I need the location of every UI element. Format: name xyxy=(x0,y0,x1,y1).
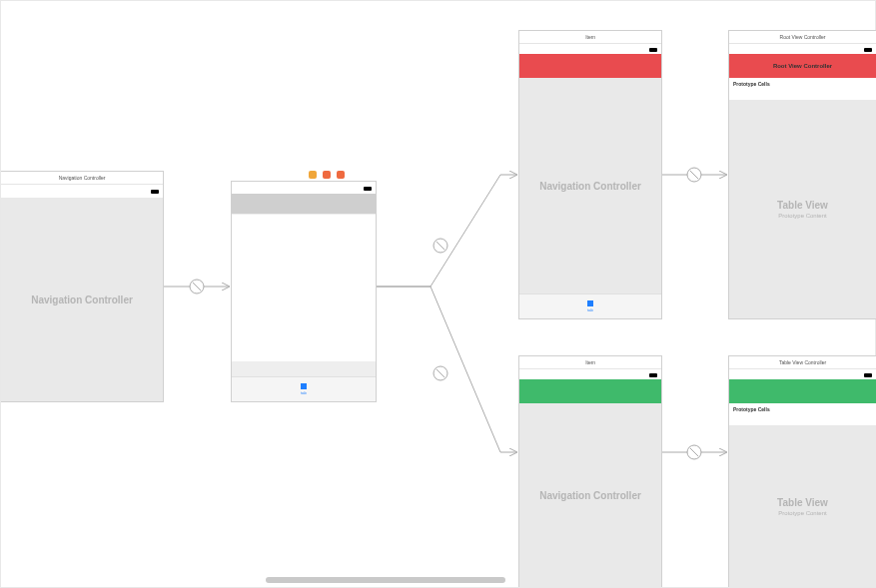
scene-title: Item xyxy=(519,356,661,369)
content-area xyxy=(232,214,376,377)
scene-tabbar-controller[interactable]: tab xyxy=(231,181,377,402)
prototype-cell[interactable]: Prototype Cells xyxy=(729,403,876,426)
tab-bar[interactable]: tab xyxy=(232,376,376,401)
scene-table-vc-green[interactable]: Table View Controller Prototype Cells Ta… xyxy=(728,355,876,587)
svg-line-2 xyxy=(193,283,201,291)
prototype-cells-label: Prototype Cells xyxy=(733,81,770,87)
navbar-red: Root View Controller xyxy=(729,54,876,78)
storyboard-canvas[interactable]: Navigation Controller Navigation Control… xyxy=(0,0,876,588)
svg-line-4 xyxy=(437,242,444,250)
scene-title-text: Table View Controller xyxy=(779,359,826,365)
svg-point-5 xyxy=(434,366,447,380)
scene-title-text: Item xyxy=(585,359,595,365)
status-battery-icon xyxy=(649,373,657,377)
svg-line-6 xyxy=(437,369,444,377)
tab-item-label: tab xyxy=(301,390,307,395)
status-battery-icon xyxy=(364,187,372,191)
scene-icon-exit xyxy=(337,171,345,179)
navbar-placeholder xyxy=(232,194,376,214)
tab-item-icon[interactable] xyxy=(587,300,593,306)
status-battery-icon xyxy=(151,190,159,194)
svg-point-1 xyxy=(190,280,204,294)
status-battery-icon xyxy=(864,373,872,377)
prototype-cell[interactable]: Prototype Cells xyxy=(729,78,876,101)
scene-title-text: Navigation Controller xyxy=(59,175,106,181)
navbar-red xyxy=(519,54,661,78)
nav-body-label: Navigation Controller xyxy=(539,181,641,192)
scene-title: Navigation Controller xyxy=(1,172,163,185)
svg-line-12 xyxy=(690,448,698,456)
tab-bar[interactable]: tab xyxy=(519,294,661,318)
scene-title: Root View Controller xyxy=(729,31,876,44)
svg-point-3 xyxy=(434,239,447,253)
scene-nav-controller-red[interactable]: Item Navigation Controller tab xyxy=(518,30,662,319)
navbar-green xyxy=(519,379,661,403)
tab-item-label: tab xyxy=(587,307,593,312)
svg-line-9 xyxy=(690,171,698,179)
prototype-cells-label: Prototype Cells xyxy=(733,406,770,412)
table-view-sublabel: Prototype Content xyxy=(778,213,826,219)
scene-nav-controller-1[interactable]: Navigation Controller Navigation Control… xyxy=(1,171,164,402)
scene-nav-controller-green[interactable]: Item Navigation Controller xyxy=(518,355,662,587)
table-view-label: Table View xyxy=(777,200,828,211)
status-battery-icon xyxy=(649,48,657,52)
tab-item-icon[interactable] xyxy=(301,383,307,389)
svg-point-11 xyxy=(687,445,701,459)
toolbar-placeholder xyxy=(232,361,376,377)
navbar-green xyxy=(729,379,876,403)
table-view-sublabel: Prototype Content xyxy=(778,510,826,516)
horizontal-scrollbar[interactable] xyxy=(266,577,505,583)
table-view-label: Table View xyxy=(777,497,828,508)
nav-body-label: Navigation Controller xyxy=(31,294,133,305)
scene-title: Item xyxy=(519,31,661,44)
scene-icon-tint xyxy=(323,171,331,179)
nav-body-label: Navigation Controller xyxy=(539,490,641,501)
status-battery-icon xyxy=(864,48,872,52)
scene-icon-amber xyxy=(309,171,317,179)
svg-point-8 xyxy=(687,168,701,182)
navbar-title: Root View Controller xyxy=(773,63,832,69)
scene-title-text: Root View Controller xyxy=(780,34,826,40)
scene-root-vc-red[interactable]: Root View Controller Root View Controlle… xyxy=(728,30,876,319)
scene-toolbar xyxy=(309,171,345,179)
scene-title: Table View Controller xyxy=(729,356,876,369)
scene-title-text: Item xyxy=(585,34,595,40)
